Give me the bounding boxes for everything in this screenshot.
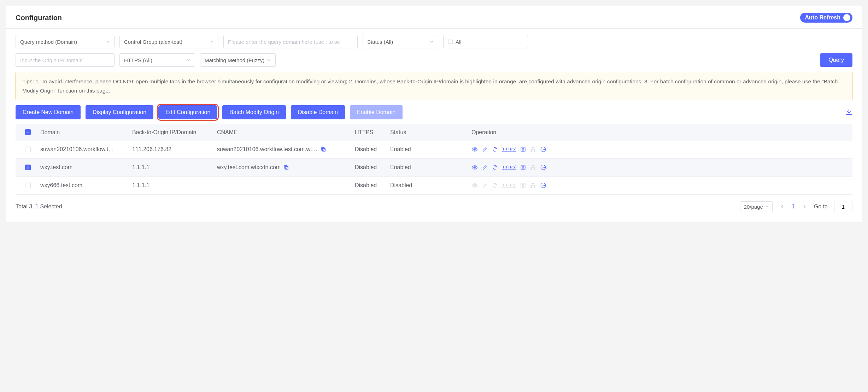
chevron-down-icon <box>425 40 434 44</box>
list-icon[interactable] <box>520 165 526 170</box>
next-page-button[interactable] <box>801 203 808 210</box>
table-header: Domain Back-to-Origin IP/Domain CNAME HT… <box>16 124 852 141</box>
cell-status: Enabled <box>390 146 471 153</box>
view-icon[interactable] <box>471 164 478 171</box>
view-icon[interactable] <box>471 146 478 153</box>
action-bar: Create New Domain Display Configuration … <box>6 105 862 124</box>
batch-modify-button[interactable]: Batch Modify Origin <box>222 105 286 119</box>
svg-point-23 <box>474 185 475 186</box>
svg-rect-12 <box>286 166 288 169</box>
date-filter-label: All <box>456 39 462 45</box>
svg-point-10 <box>543 149 544 150</box>
view-icon <box>471 182 478 189</box>
more-icon[interactable] <box>540 182 546 189</box>
prev-page-button[interactable] <box>779 203 785 210</box>
edit-icon <box>482 183 488 188</box>
edit-config-button[interactable]: Edit Configuration <box>158 105 217 119</box>
svg-point-3 <box>474 149 475 150</box>
refresh-icon <box>492 183 498 188</box>
cell-https: Disabled <box>355 146 390 153</box>
date-filter[interactable]: All <box>443 35 528 48</box>
status-label: Status (All) <box>367 39 393 45</box>
sitemap-icon <box>530 183 536 188</box>
control-group-label: Control Group (alex-test) <box>124 39 182 45</box>
svg-point-29 <box>542 185 542 186</box>
row-checkbox[interactable] <box>25 147 31 152</box>
svg-rect-6 <box>531 150 532 152</box>
configuration-page: Configuration Auto Refresh Query method … <box>6 6 862 222</box>
download-icon[interactable] <box>845 109 852 116</box>
create-domain-button[interactable]: Create New Domain <box>16 105 81 119</box>
copy-icon[interactable] <box>321 147 326 152</box>
copy-icon[interactable] <box>283 165 289 170</box>
list-icon <box>520 183 526 188</box>
pagination: 20/page 1 Go to <box>740 201 852 212</box>
cell-origin: 1.1.1.1 <box>132 164 217 171</box>
svg-point-20 <box>542 167 542 168</box>
selection-summary: Total 3, 1 Selected <box>16 203 62 210</box>
https-icon[interactable]: HTTPS <box>502 165 516 170</box>
row-checkbox[interactable] <box>25 183 31 188</box>
goto-page-input[interactable] <box>834 201 852 212</box>
origin-input[interactable] <box>20 57 110 63</box>
domain-table: Domain Back-to-Origin IP/Domain CNAME HT… <box>16 124 852 195</box>
table-row: ✓ wxy.test.com 1.1.1.1 wxy.test.com.wtxc… <box>16 159 852 177</box>
cell-status: Enabled <box>390 164 471 171</box>
svg-rect-17 <box>531 168 532 170</box>
https-icon: HTTPS <box>502 183 516 188</box>
origin-input-wrap <box>16 53 115 67</box>
display-config-button[interactable]: Display Configuration <box>86 105 153 119</box>
edit-icon[interactable] <box>482 147 488 152</box>
svg-rect-2 <box>321 148 324 150</box>
svg-point-11 <box>544 149 545 150</box>
svg-rect-7 <box>534 150 535 152</box>
svg-rect-18 <box>534 168 535 170</box>
svg-rect-5 <box>532 147 534 148</box>
svg-point-21 <box>543 167 544 168</box>
refresh-icon[interactable] <box>492 165 498 170</box>
cell-operation: HTTPS <box>471 146 852 153</box>
query-domain-input[interactable] <box>228 39 353 45</box>
cell-https: Disabled <box>355 182 390 189</box>
svg-point-30 <box>543 185 544 186</box>
disable-domain-button[interactable]: Disable Domain <box>291 105 345 119</box>
per-page-select[interactable]: 20/page <box>740 201 773 212</box>
more-icon[interactable] <box>540 146 546 153</box>
svg-rect-0 <box>448 40 452 44</box>
svg-rect-16 <box>532 165 534 166</box>
tips-banner: Tips: 1. To avoid interference, please D… <box>16 72 852 100</box>
table-row: wxy666.test.com 1.1.1.1 Disabled Disable… <box>16 177 852 195</box>
query-method-select[interactable]: Query method (Domain) <box>16 35 115 48</box>
filter-bar: Query method (Domain) Control Group (ale… <box>6 29 862 67</box>
edit-icon[interactable] <box>482 165 488 170</box>
https-select[interactable]: HTTPS (All) <box>119 53 195 67</box>
https-icon[interactable]: HTTPS <box>502 147 516 152</box>
matching-method-select[interactable]: Matching Method (Fuzzy) <box>200 53 276 67</box>
select-all-checkbox[interactable] <box>25 129 31 135</box>
current-page[interactable]: 1 <box>792 203 795 210</box>
svg-rect-1 <box>322 148 325 151</box>
list-icon[interactable] <box>520 147 526 152</box>
enable-domain-button[interactable]: Enable Domain <box>350 105 403 119</box>
cell-status: Disabled <box>390 182 471 189</box>
cell-cname: suwan20210106.workflow.test.com.wt… <box>217 146 355 153</box>
chevron-up-icon <box>205 40 214 44</box>
svg-point-14 <box>474 167 475 168</box>
row-checkbox[interactable]: ✓ <box>25 165 31 170</box>
sitemap-icon <box>530 147 536 152</box>
query-button[interactable]: Query <box>820 53 852 67</box>
more-icon[interactable] <box>540 164 546 171</box>
cell-origin: 1.1.1.1 <box>132 182 217 189</box>
svg-point-9 <box>542 149 542 150</box>
status-select[interactable]: Status (All) <box>363 35 438 48</box>
goto-label: Go to <box>814 203 828 210</box>
cell-cname: wxy.test.com.wtxcdn.com <box>217 164 355 171</box>
cell-origin: 111.206.176.82 <box>132 146 217 153</box>
cell-https: Disabled <box>355 164 390 171</box>
auto-refresh-toggle[interactable]: Auto Refresh <box>800 13 852 23</box>
refresh-icon[interactable] <box>492 147 498 152</box>
control-group-select[interactable]: Control Group (alex-test) <box>119 35 218 48</box>
sitemap-icon <box>530 165 536 170</box>
svg-rect-25 <box>532 183 534 184</box>
col-origin: Back-to-Origin IP/Domain <box>132 129 217 136</box>
